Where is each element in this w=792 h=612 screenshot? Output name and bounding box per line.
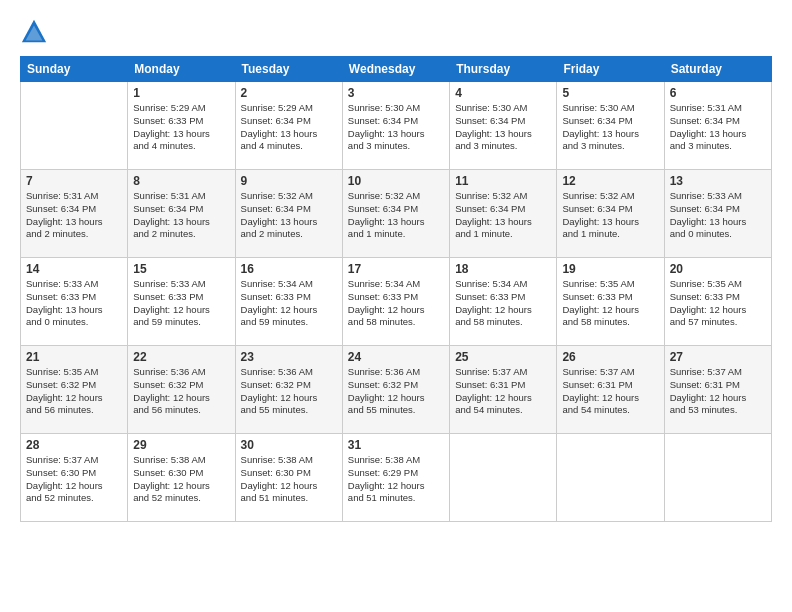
calendar-cell: 6Sunrise: 5:31 AM Sunset: 6:34 PM Daylig… (664, 82, 771, 170)
week-row-1: 1Sunrise: 5:29 AM Sunset: 6:33 PM Daylig… (21, 82, 772, 170)
calendar-cell: 3Sunrise: 5:30 AM Sunset: 6:34 PM Daylig… (342, 82, 449, 170)
calendar-cell: 10Sunrise: 5:32 AM Sunset: 6:34 PM Dayli… (342, 170, 449, 258)
day-number: 27 (670, 350, 766, 364)
day-number: 16 (241, 262, 337, 276)
day-info: Sunrise: 5:36 AM Sunset: 6:32 PM Dayligh… (241, 366, 337, 417)
day-number: 13 (670, 174, 766, 188)
day-info: Sunrise: 5:33 AM Sunset: 6:33 PM Dayligh… (26, 278, 122, 329)
day-number: 1 (133, 86, 229, 100)
calendar-cell: 13Sunrise: 5:33 AM Sunset: 6:34 PM Dayli… (664, 170, 771, 258)
day-info: Sunrise: 5:32 AM Sunset: 6:34 PM Dayligh… (348, 190, 444, 241)
calendar-cell: 27Sunrise: 5:37 AM Sunset: 6:31 PM Dayli… (664, 346, 771, 434)
day-number: 11 (455, 174, 551, 188)
day-number: 10 (348, 174, 444, 188)
day-info: Sunrise: 5:36 AM Sunset: 6:32 PM Dayligh… (133, 366, 229, 417)
calendar-cell: 30Sunrise: 5:38 AM Sunset: 6:30 PM Dayli… (235, 434, 342, 522)
week-row-2: 7Sunrise: 5:31 AM Sunset: 6:34 PM Daylig… (21, 170, 772, 258)
calendar-cell: 26Sunrise: 5:37 AM Sunset: 6:31 PM Dayli… (557, 346, 664, 434)
day-header-saturday: Saturday (664, 57, 771, 82)
day-number: 14 (26, 262, 122, 276)
day-number: 6 (670, 86, 766, 100)
calendar-cell: 14Sunrise: 5:33 AM Sunset: 6:33 PM Dayli… (21, 258, 128, 346)
day-number: 8 (133, 174, 229, 188)
calendar-cell: 18Sunrise: 5:34 AM Sunset: 6:33 PM Dayli… (450, 258, 557, 346)
day-number: 17 (348, 262, 444, 276)
day-number: 7 (26, 174, 122, 188)
calendar-cell: 28Sunrise: 5:37 AM Sunset: 6:30 PM Dayli… (21, 434, 128, 522)
calendar-cell: 31Sunrise: 5:38 AM Sunset: 6:29 PM Dayli… (342, 434, 449, 522)
day-info: Sunrise: 5:38 AM Sunset: 6:30 PM Dayligh… (133, 454, 229, 505)
day-number: 4 (455, 86, 551, 100)
day-header-sunday: Sunday (21, 57, 128, 82)
day-number: 29 (133, 438, 229, 452)
day-header-friday: Friday (557, 57, 664, 82)
day-info: Sunrise: 5:35 AM Sunset: 6:33 PM Dayligh… (670, 278, 766, 329)
day-number: 24 (348, 350, 444, 364)
day-number: 9 (241, 174, 337, 188)
day-number: 5 (562, 86, 658, 100)
day-info: Sunrise: 5:32 AM Sunset: 6:34 PM Dayligh… (241, 190, 337, 241)
day-number: 22 (133, 350, 229, 364)
calendar-cell: 20Sunrise: 5:35 AM Sunset: 6:33 PM Dayli… (664, 258, 771, 346)
day-info: Sunrise: 5:36 AM Sunset: 6:32 PM Dayligh… (348, 366, 444, 417)
day-info: Sunrise: 5:29 AM Sunset: 6:34 PM Dayligh… (241, 102, 337, 153)
day-info: Sunrise: 5:30 AM Sunset: 6:34 PM Dayligh… (562, 102, 658, 153)
day-info: Sunrise: 5:38 AM Sunset: 6:29 PM Dayligh… (348, 454, 444, 505)
day-info: Sunrise: 5:30 AM Sunset: 6:34 PM Dayligh… (348, 102, 444, 153)
day-number: 25 (455, 350, 551, 364)
calendar-cell: 24Sunrise: 5:36 AM Sunset: 6:32 PM Dayli… (342, 346, 449, 434)
header-row: SundayMondayTuesdayWednesdayThursdayFrid… (21, 57, 772, 82)
calendar-cell (557, 434, 664, 522)
day-number: 30 (241, 438, 337, 452)
day-header-thursday: Thursday (450, 57, 557, 82)
day-header-wednesday: Wednesday (342, 57, 449, 82)
calendar-cell (664, 434, 771, 522)
calendar-cell: 16Sunrise: 5:34 AM Sunset: 6:33 PM Dayli… (235, 258, 342, 346)
calendar-cell: 8Sunrise: 5:31 AM Sunset: 6:34 PM Daylig… (128, 170, 235, 258)
day-info: Sunrise: 5:35 AM Sunset: 6:33 PM Dayligh… (562, 278, 658, 329)
week-row-3: 14Sunrise: 5:33 AM Sunset: 6:33 PM Dayli… (21, 258, 772, 346)
day-number: 15 (133, 262, 229, 276)
day-info: Sunrise: 5:35 AM Sunset: 6:32 PM Dayligh… (26, 366, 122, 417)
day-number: 26 (562, 350, 658, 364)
day-info: Sunrise: 5:34 AM Sunset: 6:33 PM Dayligh… (348, 278, 444, 329)
day-number: 12 (562, 174, 658, 188)
calendar-cell: 2Sunrise: 5:29 AM Sunset: 6:34 PM Daylig… (235, 82, 342, 170)
calendar-cell: 21Sunrise: 5:35 AM Sunset: 6:32 PM Dayli… (21, 346, 128, 434)
day-info: Sunrise: 5:37 AM Sunset: 6:30 PM Dayligh… (26, 454, 122, 505)
day-info: Sunrise: 5:31 AM Sunset: 6:34 PM Dayligh… (26, 190, 122, 241)
calendar-cell: 25Sunrise: 5:37 AM Sunset: 6:31 PM Dayli… (450, 346, 557, 434)
day-info: Sunrise: 5:34 AM Sunset: 6:33 PM Dayligh… (455, 278, 551, 329)
calendar-cell: 5Sunrise: 5:30 AM Sunset: 6:34 PM Daylig… (557, 82, 664, 170)
calendar-cell: 7Sunrise: 5:31 AM Sunset: 6:34 PM Daylig… (21, 170, 128, 258)
calendar-cell (450, 434, 557, 522)
day-number: 21 (26, 350, 122, 364)
day-info: Sunrise: 5:32 AM Sunset: 6:34 PM Dayligh… (455, 190, 551, 241)
day-info: Sunrise: 5:33 AM Sunset: 6:34 PM Dayligh… (670, 190, 766, 241)
day-info: Sunrise: 5:34 AM Sunset: 6:33 PM Dayligh… (241, 278, 337, 329)
day-number: 18 (455, 262, 551, 276)
day-info: Sunrise: 5:37 AM Sunset: 6:31 PM Dayligh… (670, 366, 766, 417)
calendar-cell (21, 82, 128, 170)
day-number: 20 (670, 262, 766, 276)
week-row-5: 28Sunrise: 5:37 AM Sunset: 6:30 PM Dayli… (21, 434, 772, 522)
day-info: Sunrise: 5:31 AM Sunset: 6:34 PM Dayligh… (133, 190, 229, 241)
calendar-cell: 17Sunrise: 5:34 AM Sunset: 6:33 PM Dayli… (342, 258, 449, 346)
page: SundayMondayTuesdayWednesdayThursdayFrid… (0, 0, 792, 612)
calendar-cell: 22Sunrise: 5:36 AM Sunset: 6:32 PM Dayli… (128, 346, 235, 434)
calendar-cell: 9Sunrise: 5:32 AM Sunset: 6:34 PM Daylig… (235, 170, 342, 258)
day-number: 23 (241, 350, 337, 364)
calendar-cell: 11Sunrise: 5:32 AM Sunset: 6:34 PM Dayli… (450, 170, 557, 258)
day-info: Sunrise: 5:33 AM Sunset: 6:33 PM Dayligh… (133, 278, 229, 329)
calendar-cell: 12Sunrise: 5:32 AM Sunset: 6:34 PM Dayli… (557, 170, 664, 258)
day-number: 2 (241, 86, 337, 100)
logo-icon (20, 18, 48, 46)
day-info: Sunrise: 5:31 AM Sunset: 6:34 PM Dayligh… (670, 102, 766, 153)
day-info: Sunrise: 5:38 AM Sunset: 6:30 PM Dayligh… (241, 454, 337, 505)
day-info: Sunrise: 5:30 AM Sunset: 6:34 PM Dayligh… (455, 102, 551, 153)
calendar-cell: 15Sunrise: 5:33 AM Sunset: 6:33 PM Dayli… (128, 258, 235, 346)
week-row-4: 21Sunrise: 5:35 AM Sunset: 6:32 PM Dayli… (21, 346, 772, 434)
calendar-cell: 1Sunrise: 5:29 AM Sunset: 6:33 PM Daylig… (128, 82, 235, 170)
header (20, 18, 772, 46)
day-number: 19 (562, 262, 658, 276)
